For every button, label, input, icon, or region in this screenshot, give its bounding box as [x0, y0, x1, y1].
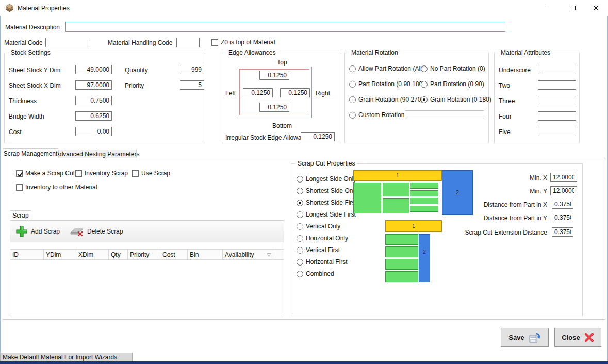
radio-vertical-only[interactable]: Vertical Only — [297, 223, 340, 230]
scrap-cut-extension-input[interactable] — [552, 227, 573, 237]
edge-top-input[interactable] — [259, 71, 289, 80]
diagram-part — [410, 206, 438, 212]
distance-part-x-input[interactable] — [552, 200, 573, 209]
thickness-input[interactable] — [75, 96, 112, 105]
scrap-management-tab-page: Make a Scrap Cut Inventory Scrap Use Scr… — [3, 158, 605, 320]
radio-longest-side-only[interactable]: Longest Side Only — [297, 175, 356, 183]
radio-label: Part Rotation (0 90 180) — [358, 80, 424, 88]
attribute-three-input[interactable] — [538, 96, 576, 105]
radio-grain-rotation-0-180[interactable]: Grain Rotation (0 180) — [421, 96, 491, 103]
attribute-two-label: Two — [499, 82, 510, 89]
tab-label: Scrap — [12, 212, 28, 219]
minimize-button[interactable] — [538, 1, 562, 15]
attribute-five-input[interactable] — [538, 127, 576, 136]
column-header-bin[interactable]: Bin — [188, 250, 223, 259]
add-scrap-button[interactable]: Add Scrap — [10, 221, 65, 242]
use-scrap-checkbox[interactable]: Use Scrap — [132, 170, 170, 177]
radio-no-part-rotation[interactable]: No Part Rotation (0) — [421, 65, 485, 72]
radio-icon — [421, 96, 428, 103]
radio-combined[interactable]: Combined — [297, 270, 334, 277]
distance-part-y-input[interactable] — [552, 213, 573, 222]
attribute-underscore-input[interactable] — [538, 65, 576, 74]
column-header-id[interactable]: ID — [10, 250, 44, 259]
priority-input[interactable] — [180, 80, 204, 90]
radio-icon — [297, 223, 303, 230]
column-header-cost[interactable]: Cost — [160, 250, 188, 259]
inventory-scrap-checkbox[interactable]: Inventory Scrap — [75, 170, 128, 177]
radio-shortest-side-first[interactable]: Shortest Side First — [297, 199, 357, 206]
thickness-label: Thickness — [9, 97, 37, 105]
material-description-input[interactable] — [65, 22, 505, 32]
radio-vertical-first[interactable]: Vertical First — [297, 246, 340, 254]
save-icon — [529, 332, 541, 344]
checkbox-icon — [75, 170, 82, 177]
tab-advanced-nesting-parameters[interactable]: Advanced Nesting Parameters — [58, 150, 137, 158]
bridge-width-input[interactable] — [75, 111, 112, 121]
save-button[interactable]: Save — [501, 328, 549, 347]
make-scrap-cut-checkbox[interactable]: Make a Scrap Cut — [16, 170, 75, 177]
radio-custom-rotation[interactable]: Custom Rotation — [349, 111, 404, 119]
column-header-availability[interactable]: Availability ▽ — [223, 250, 273, 259]
close-button[interactable]: Close — [554, 328, 601, 347]
delete-icon — [70, 226, 84, 237]
inventory-other-material-checkbox[interactable]: Inventory to other Material — [16, 184, 97, 191]
column-header-priority[interactable]: Priority — [128, 250, 160, 259]
edge-bottom-input[interactable] — [259, 103, 289, 112]
maximize-button[interactable] — [562, 1, 585, 15]
attribute-two-input[interactable] — [538, 80, 576, 90]
radio-part-rotation-0-90-180[interactable]: Part Rotation (0 90 180) — [349, 80, 424, 88]
material-handling-code-input[interactable] — [176, 38, 200, 47]
checkbox-label: Use Scrap — [141, 170, 170, 177]
checkbox-label: Inventory to other Material — [25, 184, 97, 191]
tab-scrap[interactable]: Scrap — [10, 210, 31, 220]
min-x-input[interactable] — [550, 173, 577, 182]
radio-horizontal-only[interactable]: Horizontal Only — [297, 235, 348, 242]
groupbox-title: Material Rotation — [349, 49, 400, 56]
column-header-ydim[interactable]: YDim — [44, 250, 76, 259]
radio-longest-side-first[interactable]: Longest Side First — [297, 211, 356, 218]
close-window-button[interactable] — [584, 1, 607, 15]
radio-icon — [297, 235, 303, 242]
min-y-label: Min. Y — [530, 188, 547, 195]
sheet-stock-y-label: Sheet Stock Y Dim — [9, 67, 60, 74]
irregular-edge-input[interactable] — [301, 132, 335, 141]
radio-shortest-side-only[interactable]: Shortest Side Only — [297, 187, 357, 194]
region-label: 1 — [412, 223, 415, 229]
minimize-icon — [548, 8, 553, 8]
diagram-part — [410, 183, 438, 189]
column-header-xdim[interactable]: XDim — [76, 250, 109, 259]
sheet-stock-x-input[interactable] — [75, 80, 112, 90]
sheet-stock-y-input[interactable] — [75, 65, 112, 74]
material-description-label: Material Description — [5, 24, 60, 31]
min-y-input[interactable] — [550, 186, 577, 195]
edge-left-input[interactable] — [243, 88, 273, 97]
window-title: Material Properties — [18, 5, 70, 12]
radio-grain-rotation-90-270[interactable]: Grain Rotation (90 270) — [349, 96, 423, 103]
material-rotation-group: Material Rotation Allow Part Rotation (A… — [344, 53, 489, 143]
edge-right-input[interactable] — [280, 88, 310, 97]
checkbox-label: Make a Scrap Cut — [25, 170, 75, 177]
radio-icon — [297, 247, 303, 254]
quantity-input[interactable] — [180, 65, 204, 74]
tab-scrap-management[interactable]: Scrap Management — [3, 148, 58, 158]
column-header-qty[interactable]: Qty — [109, 250, 128, 259]
close-icon — [593, 5, 599, 11]
material-code-input[interactable] — [45, 38, 90, 47]
diagram-part — [410, 190, 438, 196]
radio-horizontal-first[interactable]: Horizontal First — [297, 258, 348, 266]
button-label: Add Scrap — [31, 228, 60, 235]
region-label: 1 — [396, 173, 399, 178]
radio-allow-part-rotation-all[interactable]: Allow Part Rotation (All) — [349, 65, 424, 72]
radio-part-rotation-0-90[interactable]: Part Rotation (0 90) — [421, 80, 484, 88]
column-label: ID — [12, 251, 19, 258]
cost-input[interactable] — [75, 127, 112, 136]
z0-top-checkbox[interactable]: Z0 is top of Material — [211, 39, 275, 46]
radio-icon — [349, 81, 356, 88]
diagram-scrap-region-2: 2 — [442, 170, 473, 215]
distance-part-y-label: Distance from Part in Y — [484, 214, 547, 222]
checkbox-label: Inventory Scrap — [85, 170, 128, 177]
column-label: Qty — [111, 251, 121, 258]
delete-scrap-button[interactable]: Delete Scrap — [65, 221, 128, 242]
scrap-table-body[interactable] — [10, 260, 284, 316]
attribute-four-input[interactable] — [538, 111, 576, 121]
